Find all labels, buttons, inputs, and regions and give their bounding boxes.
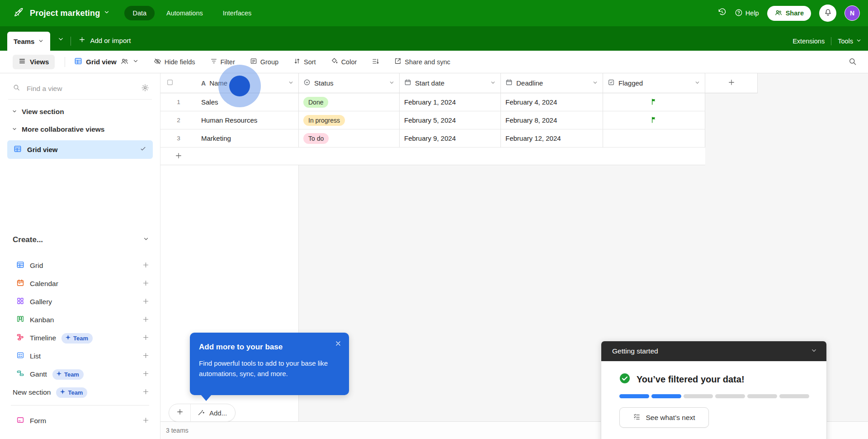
hide-fields-button[interactable]: Hide fields xyxy=(154,57,195,67)
add-with-ai-button[interactable]: Add... xyxy=(191,404,235,421)
base-name[interactable]: Project marketing xyxy=(30,9,100,18)
status-cell[interactable]: To do xyxy=(299,129,400,148)
create-item-list[interactable]: List xyxy=(0,347,160,365)
plus-icon[interactable] xyxy=(142,279,150,289)
create-section-header[interactable]: Create... xyxy=(13,235,149,244)
plus-icon[interactable] xyxy=(142,261,150,271)
name-cell[interactable]: Human Resources xyxy=(197,111,299,129)
bell-icon xyxy=(824,8,832,19)
table-list-chevron-icon[interactable] xyxy=(57,36,64,44)
plus-icon[interactable] xyxy=(142,370,150,379)
tooltip-title: Add more to your base xyxy=(199,343,338,352)
flagged-cell[interactable] xyxy=(603,111,705,129)
column-chevron-icon[interactable] xyxy=(389,79,395,87)
create-item-calendar[interactable]: Calendar xyxy=(0,275,160,293)
filter-button[interactable]: Filter xyxy=(210,57,235,66)
create-item-form[interactable]: Form xyxy=(0,412,160,430)
current-view-button[interactable]: Grid view xyxy=(74,57,139,67)
column-chevron-icon[interactable] xyxy=(490,79,496,87)
status-cell[interactable]: Done xyxy=(299,93,400,111)
add-column-button[interactable] xyxy=(705,73,758,93)
rocket-logo-icon[interactable] xyxy=(13,6,24,20)
base-menu-chevron-icon[interactable] xyxy=(104,9,110,17)
table-row[interactable]: 2 Human Resources In progress February 5… xyxy=(160,111,758,129)
history-icon[interactable] xyxy=(717,8,726,19)
column-chevron-icon[interactable] xyxy=(694,79,700,87)
sidebar-divider xyxy=(11,405,149,406)
sidebar-item-grid-view[interactable]: Grid view xyxy=(7,140,153,159)
help-icon xyxy=(735,9,743,18)
add-row-button[interactable] xyxy=(160,148,197,165)
plus-icon[interactable] xyxy=(142,388,150,397)
start-date-cell[interactable]: February 1, 2024 xyxy=(400,93,501,111)
sort-button[interactable]: Sort xyxy=(293,57,316,66)
row-height-button[interactable] xyxy=(372,57,379,67)
deadline-cell[interactable]: February 4, 2024 xyxy=(501,93,603,111)
flagged-cell[interactable] xyxy=(603,129,705,148)
deadline-cell[interactable]: February 12, 2024 xyxy=(501,129,603,148)
create-item-grid[interactable]: Grid xyxy=(0,257,160,275)
tools-button[interactable]: Tools xyxy=(838,38,862,45)
add-row[interactable] xyxy=(160,148,758,165)
plus-icon[interactable] xyxy=(142,416,150,426)
deadline-cell[interactable]: February 8, 2024 xyxy=(501,111,603,129)
extensions-button[interactable]: Extensions xyxy=(793,38,825,45)
table-tab-teams[interactable]: Teams xyxy=(7,32,50,51)
add-more-tooltip: Add more to your base Find powerful tool… xyxy=(190,333,349,395)
collapse-chevron-icon[interactable] xyxy=(811,347,817,356)
share-and-sync-button[interactable]: Share and sync xyxy=(394,57,450,66)
view-chevron-icon[interactable] xyxy=(132,58,139,66)
create-item-gantt[interactable]: Gantt Team xyxy=(0,365,160,383)
share-button[interactable]: Share xyxy=(767,6,811,21)
plus-icon[interactable] xyxy=(142,297,150,307)
sidebar-section-more-collaborative-views[interactable]: More collaborative views xyxy=(12,125,105,134)
add-or-import-button[interactable]: Add or import xyxy=(78,36,131,45)
create-item-timeline[interactable]: Timeline Team xyxy=(0,329,160,347)
add-row-space[interactable] xyxy=(197,148,705,165)
gear-icon[interactable] xyxy=(141,84,149,94)
tab-interfaces[interactable]: Interfaces xyxy=(215,6,260,20)
create-item-new-section[interactable]: New section Team xyxy=(0,383,160,401)
create-item-gallery[interactable]: Gallery xyxy=(0,293,160,311)
getting-started-header[interactable]: Getting started xyxy=(601,341,826,361)
status-cell[interactable]: In progress xyxy=(299,111,400,129)
column-header-start-date[interactable]: Start date xyxy=(400,73,501,93)
calendar-icon xyxy=(16,279,24,289)
table-tab-chevron-icon[interactable] xyxy=(38,38,44,45)
tab-data[interactable]: Data xyxy=(124,6,155,20)
plus-icon[interactable] xyxy=(142,315,150,325)
column-header-status[interactable]: Status xyxy=(299,73,400,93)
avatar[interactable]: N xyxy=(844,5,860,21)
name-cell[interactable]: Marketing xyxy=(197,129,299,148)
checkbox-icon[interactable] xyxy=(166,79,174,88)
flagged-cell[interactable] xyxy=(603,93,705,111)
close-icon[interactable] xyxy=(335,340,342,349)
eye-off-icon xyxy=(154,57,161,67)
status-badge: To do xyxy=(303,133,329,144)
tab-automations[interactable]: Automations xyxy=(158,6,211,20)
help-button[interactable]: Help xyxy=(735,9,759,18)
group-button[interactable]: Group xyxy=(250,57,278,66)
views-button[interactable]: Views xyxy=(13,55,55,69)
start-date-cell[interactable]: February 9, 2024 xyxy=(400,129,501,148)
find-view-search[interactable]: Find a view xyxy=(8,78,152,100)
plus-icon[interactable] xyxy=(142,334,150,343)
hamburger-icon xyxy=(19,57,26,66)
add-record-button[interactable] xyxy=(169,404,191,421)
search-icon[interactable] xyxy=(848,57,857,68)
start-date-cell[interactable]: February 5, 2024 xyxy=(400,111,501,129)
column-header-deadline[interactable]: Deadline xyxy=(501,73,603,93)
column-chevron-icon[interactable] xyxy=(592,79,598,87)
color-button[interactable]: Color xyxy=(331,57,357,66)
sidebar-section-view-section[interactable]: View section xyxy=(12,108,64,116)
row-number: 2 xyxy=(160,111,197,129)
column-header-flagged[interactable]: Flagged xyxy=(603,73,705,93)
plus-icon[interactable] xyxy=(142,352,150,361)
column-chevron-icon[interactable] xyxy=(288,79,294,87)
table-row[interactable]: 3 Marketing To do February 9, 2024 Febru… xyxy=(160,129,758,148)
see-whats-next-button[interactable]: See what’s next xyxy=(619,407,709,428)
select-all-cell[interactable] xyxy=(160,73,197,93)
create-item-kanban[interactable]: Kanban xyxy=(0,311,160,329)
notifications-button[interactable] xyxy=(819,5,836,22)
chevron-down-icon xyxy=(12,108,17,116)
